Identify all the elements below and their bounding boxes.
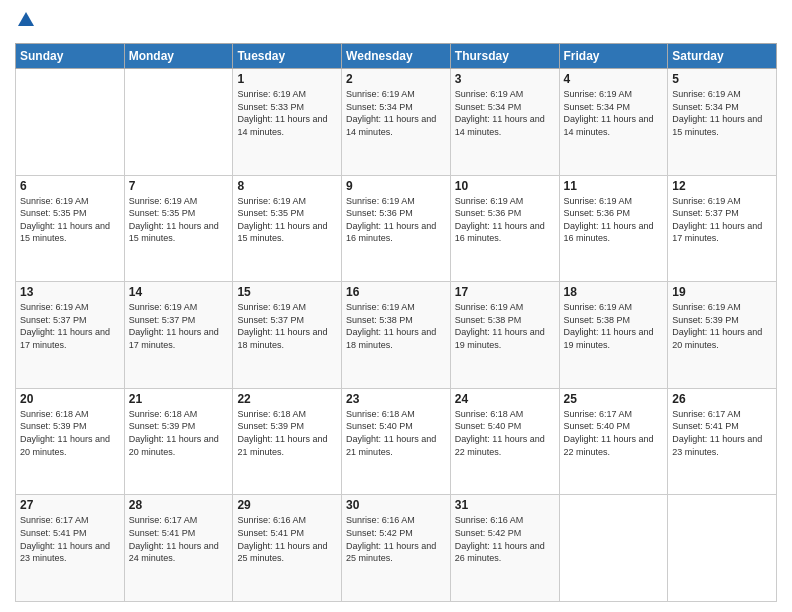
calendar-cell: 12Sunrise: 6:19 AM Sunset: 5:37 PM Dayli… [668,175,777,282]
calendar-cell: 8Sunrise: 6:19 AM Sunset: 5:35 PM Daylig… [233,175,342,282]
day-number: 24 [455,392,555,406]
day-info: Sunrise: 6:19 AM Sunset: 5:37 PM Dayligh… [672,195,772,245]
day-info: Sunrise: 6:19 AM Sunset: 5:37 PM Dayligh… [20,301,120,351]
week-row-2: 6Sunrise: 6:19 AM Sunset: 5:35 PM Daylig… [16,175,777,282]
calendar-cell: 16Sunrise: 6:19 AM Sunset: 5:38 PM Dayli… [342,282,451,389]
day-number: 28 [129,498,229,512]
day-info: Sunrise: 6:19 AM Sunset: 5:34 PM Dayligh… [346,88,446,138]
day-number: 16 [346,285,446,299]
calendar-cell: 19Sunrise: 6:19 AM Sunset: 5:39 PM Dayli… [668,282,777,389]
weekday-header-tuesday: Tuesday [233,44,342,69]
day-number: 22 [237,392,337,406]
day-info: Sunrise: 6:16 AM Sunset: 5:41 PM Dayligh… [237,514,337,564]
day-number: 18 [564,285,664,299]
calendar-cell: 27Sunrise: 6:17 AM Sunset: 5:41 PM Dayli… [16,495,125,602]
logo-icon [16,10,36,30]
day-number: 12 [672,179,772,193]
weekday-header-thursday: Thursday [450,44,559,69]
day-info: Sunrise: 6:18 AM Sunset: 5:40 PM Dayligh… [346,408,446,458]
calendar-cell: 15Sunrise: 6:19 AM Sunset: 5:37 PM Dayli… [233,282,342,389]
day-info: Sunrise: 6:17 AM Sunset: 5:41 PM Dayligh… [20,514,120,564]
day-info: Sunrise: 6:19 AM Sunset: 5:34 PM Dayligh… [672,88,772,138]
day-info: Sunrise: 6:19 AM Sunset: 5:37 PM Dayligh… [129,301,229,351]
day-number: 3 [455,72,555,86]
day-info: Sunrise: 6:19 AM Sunset: 5:36 PM Dayligh… [455,195,555,245]
calendar-cell: 24Sunrise: 6:18 AM Sunset: 5:40 PM Dayli… [450,388,559,495]
calendar-cell: 5Sunrise: 6:19 AM Sunset: 5:34 PM Daylig… [668,69,777,176]
calendar-cell: 2Sunrise: 6:19 AM Sunset: 5:34 PM Daylig… [342,69,451,176]
week-row-3: 13Sunrise: 6:19 AM Sunset: 5:37 PM Dayli… [16,282,777,389]
calendar-cell: 23Sunrise: 6:18 AM Sunset: 5:40 PM Dayli… [342,388,451,495]
day-number: 8 [237,179,337,193]
day-info: Sunrise: 6:19 AM Sunset: 5:38 PM Dayligh… [455,301,555,351]
day-info: Sunrise: 6:19 AM Sunset: 5:37 PM Dayligh… [237,301,337,351]
calendar-cell: 29Sunrise: 6:16 AM Sunset: 5:41 PM Dayli… [233,495,342,602]
calendar-cell: 4Sunrise: 6:19 AM Sunset: 5:34 PM Daylig… [559,69,668,176]
day-number: 15 [237,285,337,299]
day-info: Sunrise: 6:19 AM Sunset: 5:34 PM Dayligh… [564,88,664,138]
day-number: 19 [672,285,772,299]
calendar-cell: 25Sunrise: 6:17 AM Sunset: 5:40 PM Dayli… [559,388,668,495]
calendar-cell: 21Sunrise: 6:18 AM Sunset: 5:39 PM Dayli… [124,388,233,495]
calendar-cell: 30Sunrise: 6:16 AM Sunset: 5:42 PM Dayli… [342,495,451,602]
calendar-cell: 26Sunrise: 6:17 AM Sunset: 5:41 PM Dayli… [668,388,777,495]
day-number: 6 [20,179,120,193]
logo-text [15,10,36,35]
day-info: Sunrise: 6:18 AM Sunset: 5:39 PM Dayligh… [20,408,120,458]
calendar-cell: 28Sunrise: 6:17 AM Sunset: 5:41 PM Dayli… [124,495,233,602]
day-number: 27 [20,498,120,512]
day-number: 17 [455,285,555,299]
day-info: Sunrise: 6:19 AM Sunset: 5:34 PM Dayligh… [455,88,555,138]
calendar-cell [16,69,125,176]
day-info: Sunrise: 6:19 AM Sunset: 5:33 PM Dayligh… [237,88,337,138]
day-info: Sunrise: 6:18 AM Sunset: 5:39 PM Dayligh… [129,408,229,458]
day-number: 26 [672,392,772,406]
weekday-header-wednesday: Wednesday [342,44,451,69]
day-info: Sunrise: 6:19 AM Sunset: 5:36 PM Dayligh… [564,195,664,245]
day-info: Sunrise: 6:17 AM Sunset: 5:41 PM Dayligh… [672,408,772,458]
calendar-cell: 14Sunrise: 6:19 AM Sunset: 5:37 PM Dayli… [124,282,233,389]
calendar-cell [124,69,233,176]
day-number: 4 [564,72,664,86]
day-number: 14 [129,285,229,299]
week-row-1: 1Sunrise: 6:19 AM Sunset: 5:33 PM Daylig… [16,69,777,176]
weekday-header-row: SundayMondayTuesdayWednesdayThursdayFrid… [16,44,777,69]
day-info: Sunrise: 6:19 AM Sunset: 5:35 PM Dayligh… [237,195,337,245]
page: SundayMondayTuesdayWednesdayThursdayFrid… [0,0,792,612]
day-number: 21 [129,392,229,406]
calendar-cell: 31Sunrise: 6:16 AM Sunset: 5:42 PM Dayli… [450,495,559,602]
calendar-cell: 7Sunrise: 6:19 AM Sunset: 5:35 PM Daylig… [124,175,233,282]
calendar-cell: 20Sunrise: 6:18 AM Sunset: 5:39 PM Dayli… [16,388,125,495]
day-number: 11 [564,179,664,193]
day-number: 7 [129,179,229,193]
day-number: 30 [346,498,446,512]
day-info: Sunrise: 6:19 AM Sunset: 5:36 PM Dayligh… [346,195,446,245]
day-info: Sunrise: 6:16 AM Sunset: 5:42 PM Dayligh… [346,514,446,564]
day-info: Sunrise: 6:18 AM Sunset: 5:39 PM Dayligh… [237,408,337,458]
day-info: Sunrise: 6:17 AM Sunset: 5:40 PM Dayligh… [564,408,664,458]
calendar-cell: 13Sunrise: 6:19 AM Sunset: 5:37 PM Dayli… [16,282,125,389]
day-info: Sunrise: 6:19 AM Sunset: 5:38 PM Dayligh… [346,301,446,351]
weekday-header-monday: Monday [124,44,233,69]
calendar-cell: 1Sunrise: 6:19 AM Sunset: 5:33 PM Daylig… [233,69,342,176]
day-number: 9 [346,179,446,193]
weekday-header-friday: Friday [559,44,668,69]
day-number: 23 [346,392,446,406]
day-number: 31 [455,498,555,512]
day-number: 10 [455,179,555,193]
day-info: Sunrise: 6:19 AM Sunset: 5:35 PM Dayligh… [20,195,120,245]
day-number: 2 [346,72,446,86]
day-info: Sunrise: 6:19 AM Sunset: 5:35 PM Dayligh… [129,195,229,245]
calendar-cell [668,495,777,602]
week-row-5: 27Sunrise: 6:17 AM Sunset: 5:41 PM Dayli… [16,495,777,602]
day-info: Sunrise: 6:16 AM Sunset: 5:42 PM Dayligh… [455,514,555,564]
calendar-table: SundayMondayTuesdayWednesdayThursdayFrid… [15,43,777,602]
calendar-cell: 6Sunrise: 6:19 AM Sunset: 5:35 PM Daylig… [16,175,125,282]
day-number: 20 [20,392,120,406]
calendar-cell: 22Sunrise: 6:18 AM Sunset: 5:39 PM Dayli… [233,388,342,495]
day-number: 29 [237,498,337,512]
logo [15,10,36,35]
day-number: 25 [564,392,664,406]
week-row-4: 20Sunrise: 6:18 AM Sunset: 5:39 PM Dayli… [16,388,777,495]
day-number: 13 [20,285,120,299]
